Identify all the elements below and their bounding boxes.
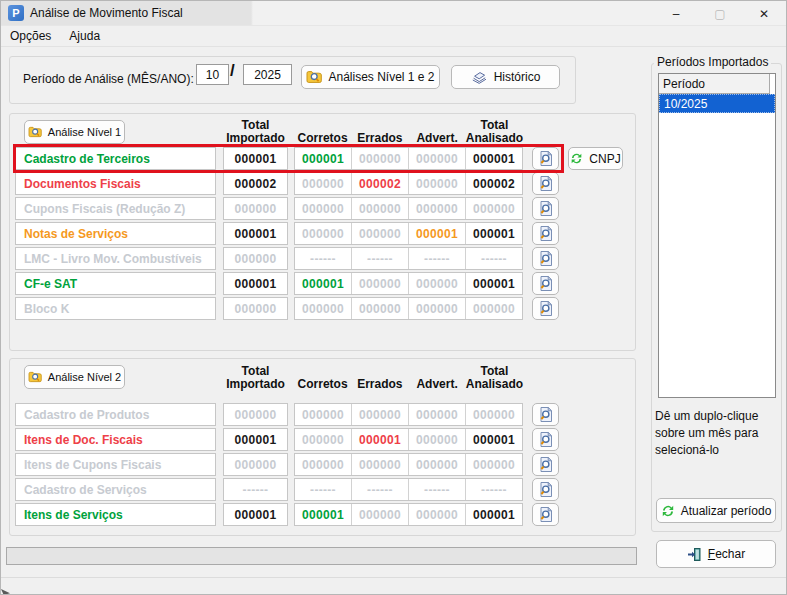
status-values-group: 000000 000002 000000 000002 bbox=[294, 172, 523, 195]
cnpj-label: CNPJ bbox=[589, 152, 620, 166]
spacer bbox=[523, 297, 532, 320]
advert-value: 000000 bbox=[408, 148, 465, 169]
periodos-listbox[interactable]: Período 10/2025 bbox=[658, 73, 776, 398]
magnifier-doc-icon bbox=[538, 506, 554, 523]
analise-nivel2-label: Análise Nível 2 bbox=[48, 371, 121, 383]
row-detail-button[interactable] bbox=[532, 247, 559, 270]
total-importado-value: 000001 bbox=[223, 272, 288, 295]
total-importado-value: 000001 bbox=[223, 503, 288, 526]
row-detail-button[interactable] bbox=[532, 172, 559, 195]
analise-nivel1-label: Análise Nível 1 bbox=[48, 126, 121, 138]
magnifier-doc-icon bbox=[538, 300, 554, 317]
advert-value: ------ bbox=[408, 479, 465, 500]
table-row: Documentos Fiscais 000002 000000 000002 … bbox=[15, 172, 559, 195]
search-folder-icon bbox=[28, 126, 42, 138]
total-analisado-value: 000001 bbox=[465, 223, 522, 244]
minimize-button[interactable]: – bbox=[654, 1, 698, 26]
row-detail-button[interactable] bbox=[532, 147, 559, 170]
corretos-value: 000000 bbox=[295, 404, 351, 425]
row-detail-button[interactable] bbox=[532, 403, 559, 426]
corretos-value: 000000 bbox=[295, 429, 351, 450]
menubar: Opções Ajuda bbox=[1, 26, 786, 47]
row-label: Cadastro de Serviços bbox=[15, 478, 216, 501]
spacer bbox=[216, 222, 223, 245]
refresh-icon bbox=[570, 152, 583, 165]
col-corretos: Corretos bbox=[294, 378, 351, 391]
corretos-value: ------ bbox=[295, 479, 351, 500]
total-importado-value: 000000 bbox=[223, 403, 288, 426]
total-importado-value: 000000 bbox=[223, 197, 288, 220]
advert-value: 000000 bbox=[408, 298, 465, 319]
row-detail-button[interactable] bbox=[532, 428, 559, 451]
table-row: LMC - Livro Mov. Combustíveis 000000 ---… bbox=[15, 247, 559, 270]
row-label: Itens de Serviços bbox=[15, 503, 216, 526]
row-detail-button[interactable] bbox=[532, 478, 559, 501]
row-label: Notas de Serviços bbox=[15, 222, 216, 245]
close-button[interactable]: ✕ bbox=[742, 1, 786, 26]
table-row: Cupons Fiscais (Redução Z) 000000 000000… bbox=[15, 197, 559, 220]
row-detail-button[interactable] bbox=[532, 453, 559, 476]
spacer bbox=[216, 297, 223, 320]
col-advert: Advert. bbox=[409, 132, 466, 145]
spacer bbox=[523, 272, 532, 295]
analise-nivel2-button[interactable]: Análise Nível 2 bbox=[24, 365, 125, 389]
nivel1-rows: Cadastro de Terceiros 000001 000001 0000… bbox=[15, 147, 559, 322]
col-advert: Advert. bbox=[409, 378, 466, 391]
fechar-button[interactable]: Fechar bbox=[656, 540, 776, 568]
nivel2-rows: Cadastro de Produtos 000000 000000 00000… bbox=[15, 403, 559, 528]
status-values-group: 000001 000000 000000 000001 bbox=[294, 272, 523, 295]
advert-value: 000000 bbox=[408, 173, 465, 194]
table-row: Cadastro de Terceiros 000001 000001 0000… bbox=[15, 147, 559, 170]
spacer bbox=[216, 503, 223, 526]
total-importado-value: 000000 bbox=[223, 247, 288, 270]
errados-value: 000002 bbox=[351, 173, 408, 194]
row-detail-button[interactable] bbox=[532, 272, 559, 295]
analise-nivel1-button[interactable]: Análise Nível 1 bbox=[24, 120, 125, 144]
spacer bbox=[216, 247, 223, 270]
table-row: Itens de Serviços 000001 000001 000000 0… bbox=[15, 503, 559, 526]
row-label: Cadastro de Produtos bbox=[15, 403, 216, 426]
status-values-group: 000000 000001 000000 000001 bbox=[294, 428, 523, 451]
total-analisado-value: 000002 bbox=[465, 173, 522, 194]
row-detail-button[interactable] bbox=[532, 297, 559, 320]
table-row: Cadastro de Produtos 000000 000000 00000… bbox=[15, 403, 559, 426]
total-analisado-value: 000000 bbox=[465, 404, 522, 425]
list-item-periodo[interactable]: 10/2025 bbox=[659, 94, 775, 113]
row-label: Cadastro de Terceiros bbox=[15, 147, 216, 170]
advert-value: 000000 bbox=[408, 504, 465, 525]
advert-value: 000000 bbox=[408, 429, 465, 450]
corretos-value: 000000 bbox=[295, 198, 351, 219]
row-detail-button[interactable] bbox=[532, 222, 559, 245]
spacer bbox=[216, 197, 223, 220]
corretos-value: 000000 bbox=[295, 454, 351, 475]
advert-value: ------ bbox=[408, 248, 465, 269]
advert-value: 000000 bbox=[408, 404, 465, 425]
exit-door-icon bbox=[687, 547, 702, 562]
total-analisado-value: ------ bbox=[465, 248, 522, 269]
corretos-value: 000001 bbox=[295, 148, 351, 169]
row-detail-button[interactable] bbox=[532, 197, 559, 220]
menu-opcoes[interactable]: Opções bbox=[1, 27, 60, 45]
row-detail-button[interactable] bbox=[532, 503, 559, 526]
row-label: LMC - Livro Mov. Combustíveis bbox=[15, 247, 216, 270]
year-input[interactable]: 2025 bbox=[243, 64, 292, 85]
table-row: Notas de Serviços 000001 000000 000000 0… bbox=[15, 222, 559, 245]
status-values-group: 000001 000000 000000 000001 bbox=[294, 147, 523, 170]
analyses-level-1-2-button[interactable]: Análises Nível 1 e 2 bbox=[301, 65, 440, 89]
advert-value: 000001 bbox=[408, 223, 465, 244]
history-button[interactable]: Histórico bbox=[451, 65, 560, 89]
errados-value: 000000 bbox=[351, 504, 408, 525]
corretos-value: 000001 bbox=[295, 273, 351, 294]
nivel2-header: Total Importado Corretos Errados Advert.… bbox=[223, 361, 523, 391]
menu-ajuda[interactable]: Ajuda bbox=[60, 27, 109, 45]
total-importado-value: 000002 bbox=[223, 172, 288, 195]
atualizar-periodo-button[interactable]: Atualizar período bbox=[656, 498, 776, 523]
search-folder-icon bbox=[306, 70, 322, 84]
magnifier-doc-icon bbox=[538, 225, 554, 242]
month-input[interactable]: 10 bbox=[196, 64, 229, 85]
cnpj-button[interactable]: CNPJ bbox=[568, 147, 623, 170]
periodo-column-header[interactable]: Período bbox=[659, 74, 770, 94]
spacer bbox=[523, 478, 532, 501]
status-values-group: 000000 000000 000000 000000 bbox=[294, 197, 523, 220]
col-errados: Errados bbox=[351, 378, 408, 391]
